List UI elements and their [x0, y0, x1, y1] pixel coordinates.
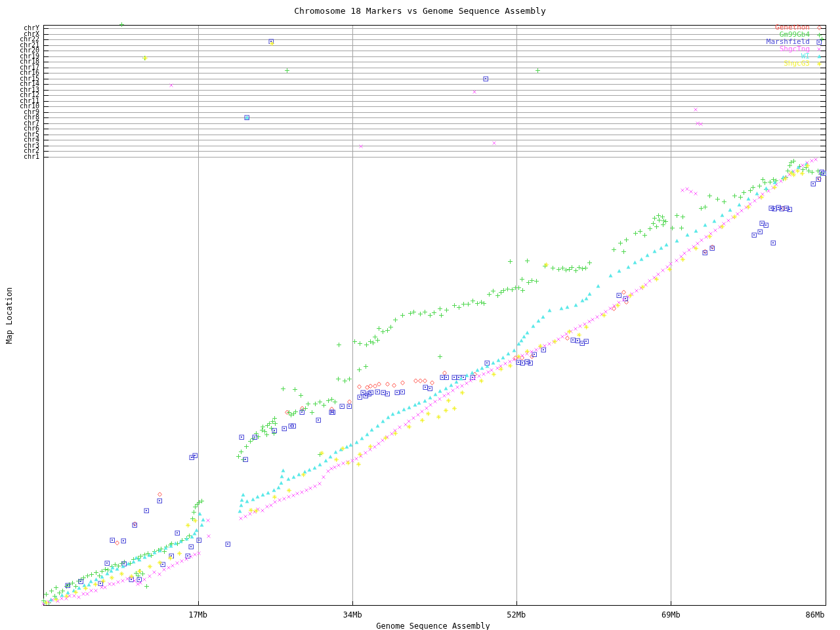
legend-label: ShgcG3 [784, 60, 810, 67]
x-tick-34Mb: 34Mb [338, 610, 367, 620]
x-axis-label: Genome Sequence Assembly [0, 621, 840, 630]
x-tick-52Mb: 52Mb [502, 610, 531, 620]
star-marker-icon [815, 60, 823, 68]
x-tick-86Mb: 86Mb [801, 610, 830, 620]
chart-title: Chromosome 18 Markers vs Genome Sequence… [0, 6, 840, 16]
chr-label-chr1: chr1 [0, 154, 39, 160]
x-tick-17Mb: 17Mb [184, 610, 213, 620]
x-tick-69Mb: 69Mb [656, 610, 685, 620]
y-axis-label: Map Location [5, 283, 14, 348]
chart-page: Chromosome 18 Markers vs Genome Sequence… [0, 0, 840, 630]
legend: GenethonGm99Gb4MarshfieldShgcTngWIShgcG3 [709, 24, 824, 67]
scatter-plot-canvas [0, 0, 840, 630]
legend-item-ShgcG3: ShgcG3 [709, 60, 824, 67]
